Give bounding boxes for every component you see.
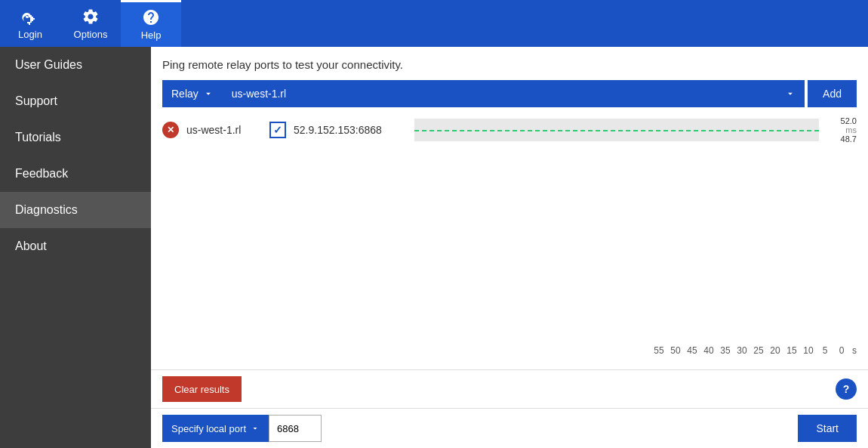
help-circle-icon[interactable]: ? [836,378,857,400]
check-icon [269,122,286,138]
ping-low: 48.7 [841,134,857,144]
toolbar: Login Options Help [0,0,868,47]
error-icon [162,122,179,138]
sidebar-item-diagnostics[interactable]: Diagnostics [0,192,151,228]
options-button[interactable]: Options [60,0,121,47]
start-button[interactable]: Start [798,415,857,442]
gear-icon [82,8,100,26]
chevron-down-icon [203,88,214,99]
port-input[interactable] [269,415,322,442]
ping-values: 52.0 ms 48.7 [826,116,857,144]
ip-port-text: 52.9.152.153:6868 [294,124,407,136]
specify-port-dropdown[interactable]: Specify local port [162,415,269,442]
footer-bar: Specify local port Start [151,408,868,448]
relay-value-dropdown[interactable]: us-west-1.rl [223,80,805,107]
relay-type-dropdown[interactable]: Relay [162,80,223,107]
ping-high: 52.0 [841,116,857,125]
bottom-bar: Clear results ? [151,369,868,408]
ping-chart [414,119,819,141]
add-button[interactable]: Add [808,80,857,107]
ping-dots [414,130,819,131]
sidebar-item-support[interactable]: Support [0,83,151,119]
controls-row: Relay us-west-1.rl Add [162,80,857,107]
key-icon [21,8,39,26]
question-icon [142,8,160,26]
sidebar-item-about[interactable]: About [0,228,151,264]
scale-row: 55 50 45 40 35 30 25 20 15 10 5 0 s [162,345,857,362]
content-area: Ping remote relay ports to test your con… [151,47,868,448]
login-label: Login [18,29,42,40]
ping-unit: ms [845,125,857,134]
help-button[interactable]: Help [121,0,181,47]
chevron-down-icon-3 [251,424,260,433]
relay-row-name: us-west-1.rl [186,124,262,136]
chevron-down-icon-2 [785,88,796,99]
sidebar-item-feedback[interactable]: Feedback [0,156,151,192]
help-label: Help [141,29,162,41]
ping-row: us-west-1.rl 52.9.152.153:6868 52.0 ms 4… [162,116,857,144]
description-text: Ping remote relay ports to test your con… [162,58,857,71]
sidebar-item-tutorials[interactable]: Tutorials [0,119,151,156]
sidebar-item-user-guides[interactable]: User Guides [0,47,151,83]
scale-unit: s [852,345,857,356]
sidebar: User Guides Support Tutorials Feedback D… [0,47,151,448]
clear-results-button[interactable]: Clear results [162,376,242,402]
main-layout: User Guides Support Tutorials Feedback D… [0,47,868,448]
options-label: Options [74,29,108,40]
login-button[interactable]: Login [0,0,60,47]
